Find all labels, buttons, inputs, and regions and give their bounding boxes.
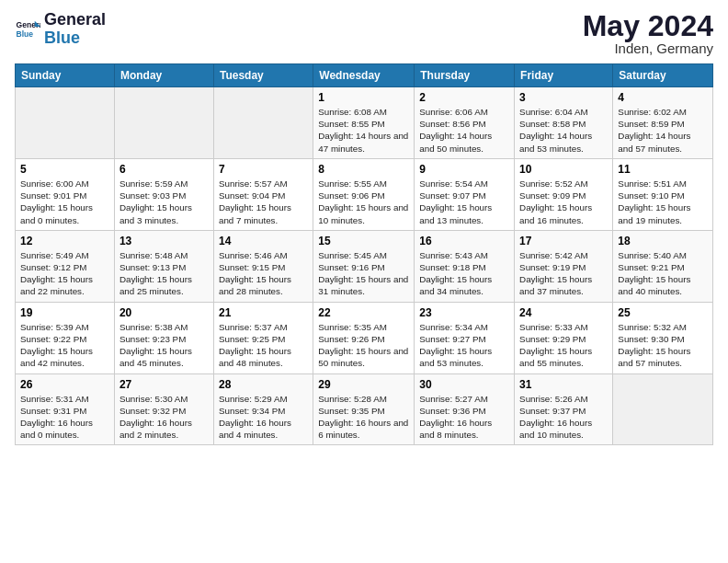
col-friday: Friday: [515, 64, 613, 87]
day-number: 17: [519, 235, 608, 247]
col-sunday: Sunday: [16, 64, 115, 87]
table-row: 2Sunrise: 6:06 AM Sunset: 8:56 PM Daylig…: [415, 87, 515, 159]
day-number: 18: [618, 235, 708, 247]
day-info: Sunrise: 6:02 AM Sunset: 8:59 PM Dayligh…: [618, 106, 708, 155]
day-info: Sunrise: 6:08 AM Sunset: 8:55 PM Dayligh…: [318, 106, 409, 155]
table-row: 31Sunrise: 5:26 AM Sunset: 9:37 PM Dayli…: [515, 373, 613, 445]
logo: General Blue GeneralBlue: [15, 11, 106, 48]
title-block: May 2024 Inden, Germany: [583, 11, 713, 56]
day-info: Sunrise: 5:29 AM Sunset: 9:34 PM Dayligh…: [219, 393, 308, 442]
table-row: 10Sunrise: 5:52 AM Sunset: 9:09 PM Dayli…: [515, 158, 613, 230]
table-row: [16, 87, 115, 159]
col-monday: Monday: [114, 64, 213, 87]
day-number: 4: [618, 91, 708, 104]
day-number: 25: [618, 306, 708, 319]
col-thursday: Thursday: [415, 64, 515, 87]
day-info: Sunrise: 5:49 AM Sunset: 9:12 PM Dayligh…: [20, 249, 109, 298]
col-saturday: Saturday: [613, 64, 713, 87]
day-info: Sunrise: 5:34 AM Sunset: 9:27 PM Dayligh…: [419, 321, 509, 370]
location: Inden, Germany: [583, 40, 713, 56]
day-number: 5: [20, 163, 109, 176]
day-info: Sunrise: 5:59 AM Sunset: 9:03 PM Dayligh…: [119, 178, 209, 226]
table-row: 26Sunrise: 5:31 AM Sunset: 9:31 PM Dayli…: [16, 373, 115, 445]
day-number: 19: [20, 306, 109, 319]
logo-text: GeneralBlue: [44, 11, 106, 48]
day-number: 2: [419, 91, 509, 104]
day-number: 20: [119, 306, 209, 319]
day-info: Sunrise: 5:43 AM Sunset: 9:18 PM Dayligh…: [419, 249, 509, 298]
day-info: Sunrise: 5:38 AM Sunset: 9:23 PM Dayligh…: [119, 321, 209, 370]
table-row: 15Sunrise: 5:45 AM Sunset: 9:16 PM Dayli…: [313, 230, 415, 302]
table-row: 30Sunrise: 5:27 AM Sunset: 9:36 PM Dayli…: [415, 373, 515, 445]
table-row: 13Sunrise: 5:48 AM Sunset: 9:13 PM Dayli…: [114, 230, 213, 302]
day-number: 26: [20, 378, 109, 391]
day-info: Sunrise: 5:48 AM Sunset: 9:13 PM Dayligh…: [119, 249, 209, 298]
calendar: Sunday Monday Tuesday Wednesday Thursday…: [15, 63, 713, 445]
day-info: Sunrise: 5:42 AM Sunset: 9:19 PM Dayligh…: [519, 249, 608, 298]
day-info: Sunrise: 6:00 AM Sunset: 9:01 PM Dayligh…: [20, 178, 109, 226]
table-row: 20Sunrise: 5:38 AM Sunset: 9:23 PM Dayli…: [114, 302, 213, 373]
table-row: 9Sunrise: 5:54 AM Sunset: 9:07 PM Daylig…: [415, 158, 515, 230]
table-row: [213, 87, 313, 159]
table-row: 23Sunrise: 5:34 AM Sunset: 9:27 PM Dayli…: [415, 302, 515, 373]
day-number: 8: [318, 163, 409, 176]
header: General Blue GeneralBlue May 2024 Inden,…: [15, 11, 713, 56]
day-info: Sunrise: 6:06 AM Sunset: 8:56 PM Dayligh…: [419, 106, 509, 155]
day-number: 31: [519, 378, 608, 391]
table-row: 4Sunrise: 6:02 AM Sunset: 8:59 PM Daylig…: [613, 87, 713, 159]
day-info: Sunrise: 5:39 AM Sunset: 9:22 PM Dayligh…: [20, 321, 109, 370]
day-info: Sunrise: 5:54 AM Sunset: 9:07 PM Dayligh…: [419, 178, 509, 226]
table-row: 5Sunrise: 6:00 AM Sunset: 9:01 PM Daylig…: [16, 158, 115, 230]
table-row: 12Sunrise: 5:49 AM Sunset: 9:12 PM Dayli…: [16, 230, 115, 302]
table-row: 21Sunrise: 5:37 AM Sunset: 9:25 PM Dayli…: [213, 302, 313, 373]
table-row: 6Sunrise: 5:59 AM Sunset: 9:03 PM Daylig…: [114, 158, 213, 230]
day-number: 6: [119, 163, 209, 176]
day-info: Sunrise: 5:40 AM Sunset: 9:21 PM Dayligh…: [618, 249, 708, 298]
table-row: 22Sunrise: 5:35 AM Sunset: 9:26 PM Dayli…: [313, 302, 415, 373]
table-row: 1Sunrise: 6:08 AM Sunset: 8:55 PM Daylig…: [313, 87, 415, 159]
day-number: 21: [219, 306, 308, 319]
day-number: 23: [419, 306, 509, 319]
day-info: Sunrise: 5:28 AM Sunset: 9:35 PM Dayligh…: [318, 393, 409, 442]
table-row: 28Sunrise: 5:29 AM Sunset: 9:34 PM Dayli…: [213, 373, 313, 445]
day-number: 24: [519, 306, 608, 319]
day-number: 27: [119, 378, 209, 391]
day-number: 13: [119, 235, 209, 247]
day-info: Sunrise: 5:52 AM Sunset: 9:09 PM Dayligh…: [519, 178, 608, 226]
day-number: 1: [318, 91, 409, 104]
day-number: 7: [219, 163, 308, 176]
day-number: 30: [419, 378, 509, 391]
day-info: Sunrise: 5:45 AM Sunset: 9:16 PM Dayligh…: [318, 249, 409, 298]
table-row: 18Sunrise: 5:40 AM Sunset: 9:21 PM Dayli…: [613, 230, 713, 302]
table-row: 3Sunrise: 6:04 AM Sunset: 8:58 PM Daylig…: [515, 87, 613, 159]
day-info: Sunrise: 5:35 AM Sunset: 9:26 PM Dayligh…: [318, 321, 409, 370]
page: General Blue GeneralBlue May 2024 Inden,…: [0, 0, 728, 563]
day-info: Sunrise: 5:46 AM Sunset: 9:15 PM Dayligh…: [219, 249, 308, 298]
day-number: 11: [618, 163, 708, 176]
day-info: Sunrise: 5:32 AM Sunset: 9:30 PM Dayligh…: [618, 321, 708, 370]
table-row: 16Sunrise: 5:43 AM Sunset: 9:18 PM Dayli…: [415, 230, 515, 302]
table-row: 11Sunrise: 5:51 AM Sunset: 9:10 PM Dayli…: [613, 158, 713, 230]
table-row: [613, 373, 713, 445]
day-info: Sunrise: 5:30 AM Sunset: 9:32 PM Dayligh…: [119, 393, 209, 442]
col-tuesday: Tuesday: [213, 64, 313, 87]
day-number: 22: [318, 306, 409, 319]
day-info: Sunrise: 5:33 AM Sunset: 9:29 PM Dayligh…: [519, 321, 608, 370]
table-row: 7Sunrise: 5:57 AM Sunset: 9:04 PM Daylig…: [213, 158, 313, 230]
day-number: 29: [318, 378, 409, 391]
day-number: 12: [20, 235, 109, 247]
day-number: 16: [419, 235, 509, 247]
table-row: 14Sunrise: 5:46 AM Sunset: 9:15 PM Dayli…: [213, 230, 313, 302]
day-info: Sunrise: 5:27 AM Sunset: 9:36 PM Dayligh…: [419, 393, 509, 442]
day-info: Sunrise: 5:55 AM Sunset: 9:06 PM Dayligh…: [318, 178, 409, 226]
logo-icon: General Blue: [15, 17, 40, 42]
day-number: 9: [419, 163, 509, 176]
table-row: 29Sunrise: 5:28 AM Sunset: 9:35 PM Dayli…: [313, 373, 415, 445]
table-row: 27Sunrise: 5:30 AM Sunset: 9:32 PM Dayli…: [114, 373, 213, 445]
day-info: Sunrise: 6:04 AM Sunset: 8:58 PM Dayligh…: [519, 106, 608, 155]
table-row: 24Sunrise: 5:33 AM Sunset: 9:29 PM Dayli…: [515, 302, 613, 373]
table-row: [114, 87, 213, 159]
day-info: Sunrise: 5:37 AM Sunset: 9:25 PM Dayligh…: [219, 321, 308, 370]
day-info: Sunrise: 5:57 AM Sunset: 9:04 PM Dayligh…: [219, 178, 308, 226]
table-row: 19Sunrise: 5:39 AM Sunset: 9:22 PM Dayli…: [16, 302, 115, 373]
